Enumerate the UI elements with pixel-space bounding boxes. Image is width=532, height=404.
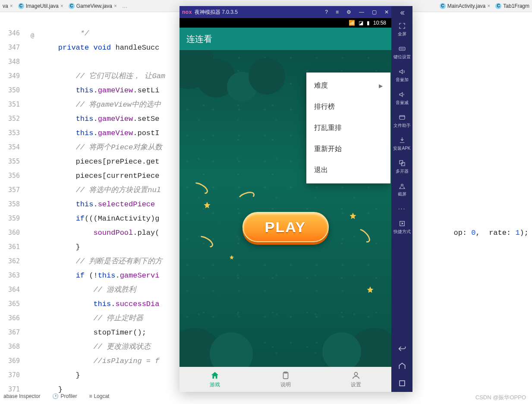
close-icon[interactable]: × [114,3,117,9]
side-keymap[interactable]: 键位设置 [391,41,412,64]
ribbon-decoration [237,190,256,204]
android-statusbar: 📶 ◪ ▮ 10:58 [179,18,391,28]
wifi-icon: 📶 [349,20,355,26]
menu-item-restart[interactable]: 重新开始 [306,139,390,160]
side-multi-instance[interactable]: 多开器 [391,155,412,178]
emulator-titlebar[interactable]: nox 夜神模拟器 7.0.3.5 ? ≡ ⚙ — ▢ ✕ [179,6,391,18]
menu-item-difficulty[interactable]: 难度▶ [306,75,390,96]
tab-database-inspector[interactable]: abase Inspector [3,393,40,399]
cloud-decoration [322,332,361,367]
emulator-sidebar: 全屏 键位设置 音量加 音量减 文件助手 安装APK 多开器 截屏 ··· 快捷… [391,6,412,392]
collapse-sidebar[interactable] [391,8,412,18]
side-install-apk[interactable]: 安装APK [391,133,412,155]
class-icon: C [440,3,446,9]
android-recents-button[interactable] [391,375,412,392]
svg-rect-3 [400,116,405,120]
clipboard-icon [281,371,290,380]
svg-rect-5 [401,163,405,166]
cloud-decoration [210,332,253,367]
tab-tab1fragment[interactable]: CTab1Fragm [493,0,532,12]
svg-point-1 [355,372,358,375]
emulator-window: nox 夜神模拟器 7.0.3.5 ? ≡ ⚙ — ▢ ✕ 📶 ◪ ▮ 10:5… [179,6,412,392]
ribbon-decoration [191,180,210,196]
side-volume-down[interactable]: 音量减 [391,87,412,110]
svg-point-6 [401,184,403,186]
star-icon [229,254,234,259]
game-area: PLAY 难度▶ 排行榜 打乱重排 重新开始 退出 [179,50,391,367]
side-shortcut[interactable]: 快捷方式 [391,216,412,239]
svg-rect-4 [400,161,403,164]
battery-icon: ▮ [367,20,370,26]
star-icon [349,212,357,220]
no-sim-icon: ◪ [359,20,363,26]
watermark: CSDN @振华OPPO [475,394,526,401]
bottom-nav: 游戏 说明 设置 [179,367,391,392]
cloud-decoration [249,58,285,95]
svg-rect-2 [399,47,405,50]
settings-gear-icon[interactable]: ⚙ [346,9,351,15]
class-icon: C [495,3,501,9]
nav-game[interactable]: 游戏 [179,367,250,392]
class-icon: C [18,3,24,9]
star-icon [203,201,211,209]
android-home-button[interactable] [391,357,412,375]
side-file-helper[interactable]: 文件助手 [391,110,412,133]
class-icon: C [69,3,75,9]
ribbon-decoration [196,234,215,249]
tab-logcat[interactable]: ≡Logcat [89,393,109,399]
maximize-icon[interactable]: ▢ [372,9,377,15]
nox-logo: nox [182,9,192,15]
logcat-icon: ≡ [89,393,92,399]
user-icon [351,371,361,380]
close-icon[interactable]: × [487,3,490,9]
ide-bottom-bar: abase Inspector 🕑Profiler ≡Logcat [0,391,532,401]
side-fullscreen[interactable]: 全屏 [391,18,412,41]
minimize-icon[interactable]: — [359,9,364,15]
close-icon[interactable]: × [10,3,13,9]
gutter-annotations: @ [24,0,41,385]
tab-va[interactable]: va× [0,0,16,12]
status-time: 10:58 [373,20,386,26]
menu-item-exit[interactable]: 退出 [306,160,390,181]
tab-imageutil[interactable]: CImageUtil.java× [16,0,66,12]
nav-settings[interactable]: 设置 [321,367,391,392]
menu-item-leaderboard[interactable]: 排行榜 [306,96,390,117]
star-icon [366,286,374,294]
tab-profiler[interactable]: 🕑Profiler [52,393,77,399]
side-screenshot[interactable]: 截屏 [391,178,412,201]
line-number-gutter: 3463473483493503513523533543553563573583… [0,12,24,391]
android-back-button[interactable] [391,340,412,357]
tab-gameview[interactable]: CGameView.java× [66,0,120,12]
nav-instructions[interactable]: 说明 [250,367,321,392]
tab-overflow: … [120,3,130,9]
help-icon[interactable]: ? [325,9,328,15]
svg-rect-8 [400,381,405,386]
ribbon-decoration [354,227,372,245]
home-icon [210,371,220,380]
close-icon[interactable]: ✕ [384,9,389,15]
profiler-icon: 🕑 [52,393,59,399]
overflow-menu: 难度▶ 排行榜 打乱重排 重新开始 退出 [306,73,390,183]
play-button[interactable]: PLAY [242,212,329,242]
emulator-title: 夜神模拟器 7.0.3.5 [195,9,238,16]
side-volume-up[interactable]: 音量加 [391,64,412,87]
app-actionbar: 连连看 [179,28,391,50]
tab-mainactivity[interactable]: CMainActivity.java× [437,0,493,12]
menu-lines-icon[interactable]: ≡ [336,9,339,15]
chevron-right-icon: ▶ [379,83,383,89]
side-more[interactable]: ··· [391,201,412,216]
close-icon[interactable]: × [60,3,63,9]
app-title: 连连看 [186,33,212,45]
menu-item-shuffle[interactable]: 打乱重排 [306,117,390,139]
